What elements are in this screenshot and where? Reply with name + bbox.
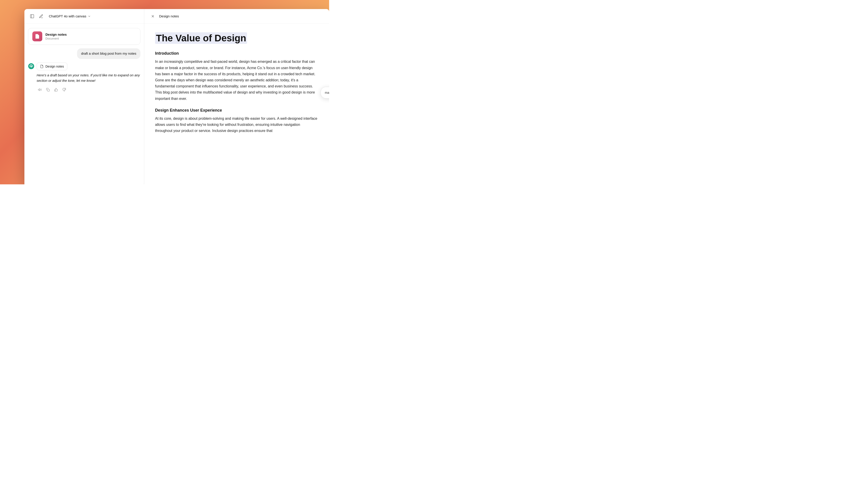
canvas-title: Design notes (159, 14, 179, 18)
chat-messages: Design notes Document draft a short blog… (24, 24, 144, 184)
design-notes-ref-button[interactable]: Design notes (37, 63, 67, 70)
document-subtitle: Document (45, 37, 67, 40)
thumbs-down-button[interactable] (61, 87, 67, 93)
document-card[interactable]: Design notes Document (28, 28, 141, 45)
document-heading: The Value of Design (155, 33, 318, 44)
svg-marker-6 (38, 89, 39, 91)
new-chat-button[interactable] (38, 13, 44, 20)
svg-rect-7 (48, 89, 50, 91)
inline-edit-input[interactable] (325, 91, 329, 94)
assistant-content: Design notes Here's a draft based on you… (37, 63, 141, 93)
copy-button[interactable] (45, 87, 51, 93)
heading-highlight: The Value of Design (155, 32, 247, 44)
chat-panel: ChatGPT 4o with canvas (24, 9, 144, 184)
svg-rect-0 (31, 14, 34, 18)
intro-label: Introduction (155, 51, 318, 56)
ref-button-label: Design notes (45, 65, 64, 68)
sidebar-toggle-button[interactable] (29, 13, 35, 20)
model-name: ChatGPT 4o with canvas (49, 14, 86, 18)
audio-button[interactable] (37, 87, 43, 93)
inline-edit-container (320, 87, 329, 98)
user-message: draft a short blog post from my notes (77, 48, 141, 59)
assistant-avatar (28, 63, 34, 69)
close-canvas-button[interactable] (150, 13, 156, 20)
canvas-header: Design notes (144, 9, 329, 24)
section1-heading: Design Enhances User Experience (155, 108, 318, 113)
document-icon (32, 31, 42, 41)
canvas-content[interactable]: The Value of Design Introduction In an i… (144, 24, 329, 184)
section1-text: At its core, design is about problem-sol… (155, 116, 318, 134)
app-window: ChatGPT 4o with canvas (24, 9, 329, 184)
model-selector[interactable]: ChatGPT 4o with canvas (47, 13, 93, 19)
feedback-row (37, 87, 141, 93)
document-info: Design notes Document (45, 33, 67, 40)
thumbs-up-button[interactable] (53, 87, 59, 93)
chat-header: ChatGPT 4o with canvas (24, 9, 144, 24)
assistant-message-row: Design notes Here's a draft based on you… (28, 63, 141, 93)
intro-text: In an increasingly competitive and fast-… (155, 59, 318, 101)
document-title: Design notes (45, 33, 67, 36)
assistant-text: Here's a draft based on your notes. If y… (37, 72, 141, 84)
canvas-panel: Design notes The Value of Design Introdu… (144, 9, 329, 184)
